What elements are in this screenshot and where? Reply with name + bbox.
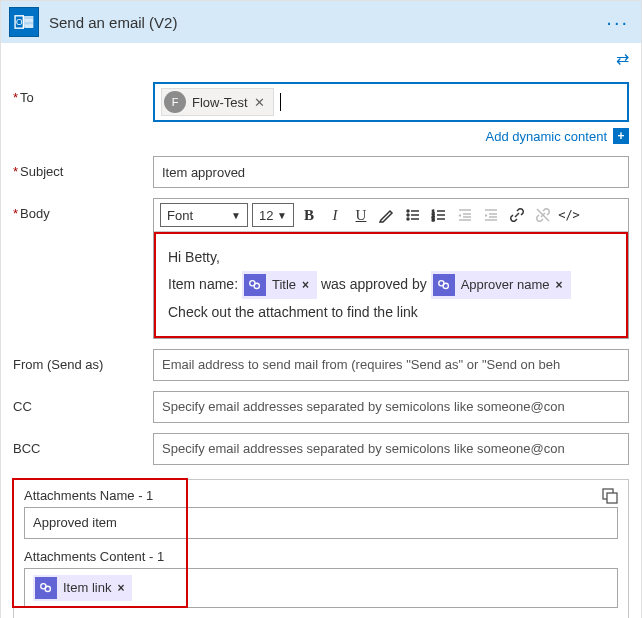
link-button[interactable]	[506, 204, 528, 226]
label-cc: CC	[13, 399, 32, 414]
bcc-input[interactable]: Specify email addresses separated by sem…	[153, 433, 629, 465]
row-cc: CC Specify email addresses separated by …	[13, 391, 629, 423]
editor-toolbar: Font▼ 12▼ B I U 123	[154, 199, 628, 232]
label-body: Body	[20, 206, 50, 221]
sharepoint-icon	[244, 274, 266, 296]
subject-value: Item approved	[162, 165, 245, 180]
swap-icon[interactable]: ⇄	[616, 49, 629, 68]
svg-point-30	[254, 283, 259, 288]
font-size-select[interactable]: 12▼	[252, 203, 294, 227]
row-subject: *Subject Item approved	[13, 156, 629, 188]
text-cursor	[280, 93, 281, 111]
add-dynamic-content-link[interactable]: Add dynamic content	[486, 129, 607, 144]
row-to: *To F Flow-Test ✕ Add dynamic content +	[13, 82, 629, 146]
numbered-list-button[interactable]: 123	[428, 204, 450, 226]
label-subject: Subject	[20, 164, 63, 179]
cc-input[interactable]: Specify email addresses separated by sem…	[153, 391, 629, 423]
outlook-icon: O	[9, 7, 39, 37]
recipient-name: Flow-Test	[192, 95, 248, 110]
font-select[interactable]: Font▼	[160, 203, 248, 227]
attachment-content-label: Attachments Content - 1	[24, 549, 618, 564]
label-bcc: BCC	[13, 441, 40, 456]
body-text: was approved by	[321, 276, 431, 292]
bold-button[interactable]: B	[298, 204, 320, 226]
cc-placeholder: Specify email addresses separated by sem…	[162, 399, 565, 414]
svg-rect-7	[25, 25, 33, 28]
switch-mode-button[interactable]	[600, 486, 620, 506]
svg-rect-5	[25, 19, 33, 22]
remove-token-icon[interactable]: ×	[556, 274, 563, 297]
highlight-button[interactable]	[376, 204, 398, 226]
bullet-list-button[interactable]	[402, 204, 424, 226]
body-editor: Font▼ 12▼ B I U 123	[153, 198, 629, 339]
row-body: *Body Font▼ 12▼ B I U	[13, 198, 629, 339]
remove-token-icon[interactable]: ×	[302, 274, 309, 297]
unlink-button[interactable]	[532, 204, 554, 226]
label-to: To	[20, 90, 34, 105]
recipient-chip[interactable]: F Flow-Test ✕	[161, 88, 274, 116]
svg-text:3: 3	[432, 217, 435, 222]
label-from: From (Send as)	[13, 357, 103, 372]
outdent-button[interactable]	[454, 204, 476, 226]
svg-point-8	[407, 210, 409, 212]
to-input[interactable]: F Flow-Test ✕	[153, 82, 629, 122]
svg-rect-34	[607, 493, 617, 503]
action-card: O Send an email (V2) ··· ⇄ *To F Flow-Te…	[0, 0, 642, 618]
body-line-3: Check out the attachment to find the lin…	[168, 299, 614, 326]
code-view-button[interactable]: </>	[558, 204, 580, 226]
attachment-content-input[interactable]: Item link ×	[24, 568, 618, 608]
from-placeholder: Email address to send mail from (require…	[162, 357, 560, 372]
italic-button[interactable]: I	[324, 204, 346, 226]
row-from: From (Send as) Email address to send mai…	[13, 349, 629, 381]
body-line-1: Hi Betty,	[168, 244, 614, 271]
avatar: F	[164, 91, 186, 113]
token-approver[interactable]: Approver name ×	[431, 271, 571, 300]
svg-text:O: O	[16, 18, 23, 27]
svg-point-10	[407, 214, 409, 216]
svg-point-36	[45, 586, 50, 591]
card-menu-button[interactable]: ···	[602, 11, 633, 34]
token-item-link[interactable]: Item link ×	[33, 575, 132, 601]
plus-icon[interactable]: +	[613, 128, 629, 144]
body-text: Item name:	[168, 276, 242, 292]
attachment-name-label: Attachments Name - 1	[24, 488, 618, 503]
card-header: O Send an email (V2) ···	[1, 1, 641, 43]
svg-point-32	[443, 283, 448, 288]
row-bcc: BCC Specify email addresses separated by…	[13, 433, 629, 465]
remove-recipient-icon[interactable]: ✕	[254, 95, 265, 110]
svg-point-12	[407, 218, 409, 220]
attachments-section: Attachments Name - 1 Approved item Attac…	[13, 479, 629, 618]
card-title: Send an email (V2)	[49, 14, 177, 31]
svg-rect-6	[25, 22, 33, 25]
sharepoint-icon	[433, 274, 455, 296]
sharepoint-icon	[35, 577, 57, 599]
attachment-name-input[interactable]: Approved item	[24, 507, 618, 539]
underline-button[interactable]: U	[350, 204, 372, 226]
remove-token-icon[interactable]: ×	[117, 581, 124, 595]
subject-input[interactable]: Item approved	[153, 156, 629, 188]
bcc-placeholder: Specify email addresses separated by sem…	[162, 441, 565, 456]
token-title[interactable]: Title ×	[242, 271, 317, 300]
indent-button[interactable]	[480, 204, 502, 226]
attachment-name-value: Approved item	[33, 515, 117, 530]
svg-rect-4	[25, 17, 33, 20]
from-input[interactable]: Email address to send mail from (require…	[153, 349, 629, 381]
body-content[interactable]: Hi Betty, Item name: Title × was approve…	[154, 232, 628, 338]
